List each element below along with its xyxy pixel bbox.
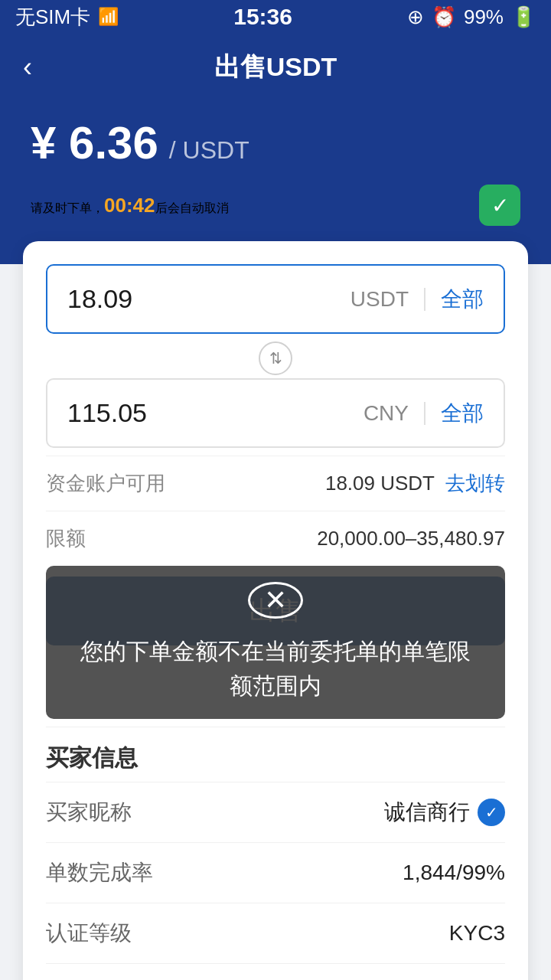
available-row: 资金账户可用 18.09 USDT 去划转 — [46, 456, 505, 511]
battery-icon: 🔋 — [511, 5, 536, 29]
countdown-row: 请及时下单，00:42后会自动取消 ✓ — [31, 185, 520, 226]
error-close-button[interactable]: ✕ — [248, 582, 303, 619]
verified-badge: ✓ — [478, 799, 505, 826]
divider-2 — [424, 402, 425, 425]
divider-1 — [424, 288, 425, 311]
limit-value: 20,000.00–35,480.97 — [317, 527, 505, 550]
cny-amount[interactable]: 115.05 — [67, 398, 147, 428]
submit-area: 出售 ✕ 您的下单金额不在当前委托单的单笔限额范围内 — [46, 566, 505, 719]
available-value: 18.09 USDT — [325, 472, 435, 495]
exchange-icon-wrap: ⇅ — [46, 341, 505, 375]
battery-label: 99% — [464, 5, 504, 29]
buyer-info-title: 买家信息 — [46, 727, 505, 782]
cny-input-group[interactable]: 115.05 CNY 全部 — [46, 378, 505, 448]
limit-row: 限额 20,000.00–35,480.97 — [46, 511, 505, 566]
location-icon: ⊕ — [407, 5, 424, 29]
price-section: ¥ 6.36 / USDT 请及时下单，00:42后会自动取消 ✓ — [0, 101, 551, 264]
check-icon: ✓ — [479, 185, 520, 226]
countdown-prefix: 请及时下单， — [31, 201, 104, 214]
limit-label: 限额 — [46, 525, 86, 552]
status-left: 无SIM卡 📶 — [15, 4, 119, 31]
buyer-kyc-label: 认证等级 — [46, 919, 132, 948]
status-right: ⊕ ⏰ 99% 🔋 — [407, 5, 536, 29]
time-display: 15:36 — [233, 4, 292, 30]
wifi-icon: 📶 — [98, 7, 119, 27]
exchange-icon: ⇅ — [259, 341, 292, 375]
cny-input-right: CNY 全部 — [364, 399, 484, 428]
buyer-payment-row: 付款时效 2′33″ — [46, 963, 505, 980]
carrier-label: 无SIM卡 — [15, 4, 90, 31]
buyer-nickname-label: 买家昵称 — [46, 798, 132, 827]
countdown-text: 请及时下单，00:42后会自动取消 — [31, 194, 229, 217]
buyer-completion-value: 1,844/99% — [403, 861, 505, 885]
back-button[interactable]: ‹ — [23, 51, 32, 83]
usdt-amount[interactable]: 18.09 — [67, 284, 132, 314]
status-bar: 无SIM卡 📶 15:36 ⊕ ⏰ 99% 🔋 — [0, 0, 551, 34]
buyer-kyc-value: KYC3 — [449, 921, 505, 946]
buyer-completion-row: 单数完成率 1,844/99% — [46, 842, 505, 903]
buyer-nickname-row: 买家昵称 诚信商行 ✓ — [46, 782, 505, 842]
buyer-nickname-value: 诚信商行 ✓ — [384, 798, 505, 827]
usdt-all-button[interactable]: 全部 — [441, 285, 484, 314]
price-separator: / USDT — [169, 136, 249, 165]
error-message: 您的下单金额不在当前委托单的单笔限额范围内 — [77, 634, 474, 703]
buyer-completion-label: 单数完成率 — [46, 858, 153, 887]
cny-all-button[interactable]: 全部 — [441, 399, 484, 428]
available-label: 资金账户可用 — [46, 470, 165, 497]
error-overlay: ✕ 您的下单金额不在当前委托单的单笔限额范围内 — [46, 566, 505, 719]
page-header: ‹ 出售USDT — [0, 34, 551, 101]
cny-currency-label: CNY — [364, 401, 409, 426]
price-row: ¥ 6.36 / USDT — [31, 116, 520, 169]
main-card: 18.09 USDT 全部 ⇅ 115.05 CNY 全部 资金账户可用 18.… — [23, 241, 528, 980]
alarm-icon: ⏰ — [432, 5, 456, 29]
transfer-link[interactable]: 去划转 — [445, 470, 505, 497]
price-display: ¥ 6.36 — [31, 116, 158, 169]
usdt-input-group[interactable]: 18.09 USDT 全部 — [46, 264, 505, 334]
countdown-suffix: 后会自动取消 — [155, 201, 229, 214]
countdown-timer: 00:42 — [104, 194, 155, 217]
buyer-nickname-text: 诚信商行 — [384, 798, 470, 827]
usdt-input-right: USDT 全部 — [350, 285, 484, 314]
buyer-kyc-row: 认证等级 KYC3 — [46, 903, 505, 963]
usdt-currency-label: USDT — [350, 287, 409, 312]
page-title: 出售USDT — [214, 50, 337, 85]
